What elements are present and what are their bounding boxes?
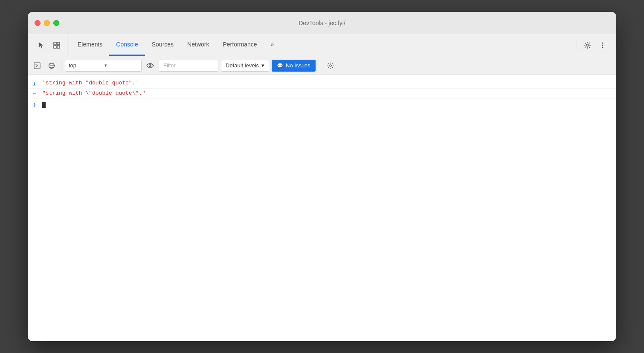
console-line-1: ❯ 'string with "double quote".' — [28, 78, 616, 89]
svg-rect-2 — [54, 46, 56, 48]
console-settings-button[interactable] — [325, 60, 337, 72]
selector-arrow: ▾ — [104, 63, 138, 68]
svg-point-5 — [602, 42, 603, 43]
maximize-button[interactable] — [53, 20, 59, 26]
more-options-button[interactable] — [596, 38, 609, 52]
context-selector[interactable]: top ▾ — [65, 60, 142, 72]
toolbar-divider-2 — [320, 61, 320, 70]
console-output-2: "string with \"double quote\"." — [42, 90, 145, 96]
eye-filter-button[interactable] — [144, 60, 156, 72]
svg-rect-0 — [54, 42, 56, 45]
chat-bubble-icon: 💬 — [277, 63, 283, 69]
svg-point-7 — [602, 46, 603, 48]
svg-point-4 — [586, 44, 589, 46]
svg-point-12 — [150, 65, 151, 66]
console-line-2: ← "string with \"double quote\"." — [28, 89, 616, 99]
tabs-bar: Elements Console Sources Network Perform… — [28, 34, 616, 56]
divider — [577, 40, 577, 50]
toolbar-icons — [31, 34, 67, 56]
toolbar-divider-1 — [61, 61, 61, 70]
tab-sources[interactable]: Sources — [145, 34, 180, 56]
tabs-list: Elements Console Sources Network Perform… — [71, 34, 571, 56]
no-issues-button[interactable]: 💬 No Issues — [272, 60, 316, 72]
tab-elements[interactable]: Elements — [71, 34, 109, 56]
filter-input[interactable] — [159, 60, 218, 72]
traffic-lights — [35, 20, 59, 26]
devtools-window: DevTools - jec.fyi/ — [28, 12, 616, 341]
svg-rect-1 — [57, 42, 60, 45]
close-button[interactable] — [35, 20, 41, 26]
clear-console-button[interactable] — [46, 60, 58, 72]
default-levels-button[interactable]: Default levels ▾ — [221, 60, 269, 72]
console-output-1: 'string with "double quote".' — [42, 80, 139, 86]
levels-chevron-icon: ▾ — [261, 62, 264, 69]
tab-performance[interactable]: Performance — [216, 34, 264, 56]
return-indicator: ← — [33, 91, 39, 97]
minimize-button[interactable] — [44, 20, 50, 26]
console-toolbar: top ▾ Default levels ▾ 💬 No Issues — [28, 56, 616, 75]
devtools-container: Elements Console Sources Network Perform… — [28, 34, 616, 341]
svg-rect-3 — [57, 46, 60, 48]
svg-point-6 — [602, 44, 603, 46]
console-cursor — [42, 102, 46, 108]
svg-point-13 — [330, 64, 331, 66]
tabs-right-actions — [571, 34, 613, 56]
title-bar: DevTools - jec.fyi/ — [28, 12, 616, 34]
console-content: ❯ 'string with "double quote".' ← "strin… — [28, 75, 616, 341]
expand-indicator[interactable]: ❯ — [33, 81, 39, 87]
window-title: DevTools - jec.fyi/ — [299, 20, 345, 26]
tab-network[interactable]: Network — [180, 34, 216, 56]
console-input-line[interactable]: ❯ — [28, 99, 616, 111]
cursor-icon-button[interactable] — [35, 38, 48, 52]
settings-button[interactable] — [580, 38, 594, 52]
tab-more[interactable]: » — [264, 34, 281, 56]
execute-script-button[interactable] — [31, 60, 43, 72]
tab-console[interactable]: Console — [109, 34, 145, 56]
inspect-element-button[interactable] — [50, 38, 64, 52]
console-prompt: ❯ — [33, 101, 39, 108]
